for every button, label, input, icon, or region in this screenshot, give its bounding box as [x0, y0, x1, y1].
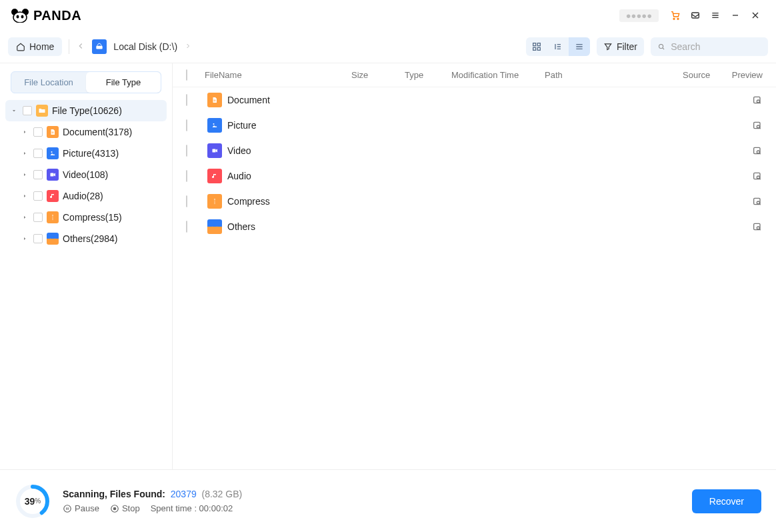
svg-point-13: [659, 44, 663, 48]
filter-button[interactable]: Filter: [597, 37, 644, 56]
checkbox[interactable]: [186, 119, 187, 131]
svg-point-14: [51, 151, 53, 153]
checkbox[interactable]: [186, 221, 187, 233]
oth-icon: [207, 219, 222, 234]
vid-icon: [207, 143, 222, 158]
tree-root[interactable]: File Type(10626): [5, 100, 167, 121]
view-detail-button[interactable]: [547, 37, 569, 56]
preview-button[interactable]: [723, 196, 763, 207]
svg-rect-10: [537, 43, 540, 46]
back-button[interactable]: [76, 41, 85, 53]
chevron-right-icon[interactable]: [20, 171, 29, 178]
recover-button[interactable]: Recover: [692, 489, 761, 513]
drive-icon: [92, 39, 107, 54]
forward-button[interactable]: [184, 41, 192, 52]
tab-file-location[interactable]: File Location: [11, 72, 86, 93]
vid-icon: [47, 169, 59, 181]
col-filename[interactable]: FileName: [205, 70, 351, 80]
spent-time: Spent time : 00:00:02: [151, 503, 233, 513]
col-size[interactable]: Size: [351, 70, 405, 80]
table-row[interactable]: Document: [173, 87, 776, 113]
svg-rect-9: [533, 43, 536, 46]
table-row[interactable]: Video: [173, 138, 776, 163]
svg-rect-11: [533, 47, 536, 50]
view-segment: [526, 37, 590, 56]
pic-icon: [47, 147, 59, 159]
checkbox[interactable]: [33, 170, 43, 179]
checkbox[interactable]: [23, 106, 32, 115]
tree-item[interactable]: Video(108): [5, 164, 167, 185]
table-row[interactable]: Compress: [173, 189, 776, 214]
zip-icon: [47, 211, 59, 223]
svg-rect-8: [97, 46, 103, 49]
svg-rect-15: [51, 173, 54, 177]
svg-point-2: [13, 12, 27, 23]
menu-icon[interactable]: [705, 5, 725, 25]
col-type[interactable]: Type: [405, 70, 451, 80]
chevron-right-icon[interactable]: [20, 235, 29, 242]
tree-item[interactable]: Audio(28): [5, 185, 167, 207]
col-modification[interactable]: Modification Time: [451, 70, 545, 80]
preview-button[interactable]: [723, 145, 763, 156]
checkbox[interactable]: [33, 191, 43, 201]
preview-button[interactable]: [723, 221, 763, 232]
checkbox[interactable]: [33, 234, 43, 243]
pic-icon: [207, 118, 222, 133]
inbox-icon[interactable]: [685, 5, 705, 25]
status-line: Scanning, Files Found: 20379 (8.32 GB): [63, 489, 242, 499]
tree-item[interactable]: Picture(4313): [5, 143, 167, 164]
divider: [69, 39, 69, 54]
svg-point-3: [17, 15, 19, 19]
checkbox[interactable]: [186, 170, 187, 182]
pause-button[interactable]: Pause: [63, 503, 99, 513]
checkbox[interactable]: [33, 127, 43, 137]
stop-button[interactable]: Stop: [110, 503, 140, 513]
chevron-down-icon[interactable]: [9, 107, 19, 114]
minimize-button[interactable]: [725, 5, 745, 25]
search-box[interactable]: [651, 37, 768, 56]
filter-label: Filter: [617, 41, 637, 52]
col-preview[interactable]: Preview: [723, 70, 763, 80]
view-list-button[interactable]: [569, 37, 590, 56]
table-row[interactable]: Others: [173, 214, 776, 239]
checkbox[interactable]: [186, 94, 187, 106]
home-button[interactable]: Home: [8, 37, 62, 56]
svg-point-5: [673, 18, 675, 19]
doc-icon: [47, 126, 59, 138]
aud-icon: [47, 190, 59, 202]
svg-point-32: [64, 505, 71, 512]
chevron-right-icon[interactable]: [20, 214, 29, 221]
checkbox-all[interactable]: [186, 69, 187, 81]
col-source[interactable]: Source: [683, 70, 723, 80]
progress-ring: 39%: [15, 483, 51, 519]
tree-item[interactable]: Compress(15): [5, 207, 167, 228]
cart-icon[interactable]: [665, 5, 685, 25]
view-grid-button[interactable]: [526, 37, 547, 56]
chevron-right-icon[interactable]: [20, 150, 29, 157]
col-path[interactable]: Path: [545, 70, 683, 80]
tree-item[interactable]: Others(2984): [5, 228, 167, 249]
svg-rect-21: [213, 149, 216, 153]
close-button[interactable]: [745, 5, 765, 25]
location-label[interactable]: Local Disk (D:\): [113, 41, 177, 52]
preview-button[interactable]: [723, 120, 763, 131]
table-row[interactable]: Audio: [173, 163, 776, 189]
checkbox[interactable]: [33, 149, 43, 158]
svg-rect-12: [537, 47, 540, 50]
preview-button[interactable]: [723, 95, 763, 105]
chevron-right-icon[interactable]: [20, 129, 29, 135]
aud-icon: [207, 169, 222, 183]
table-header: FileName Size Type Modification Time Pat…: [173, 63, 776, 87]
doc-icon: [207, 93, 222, 107]
tree-item[interactable]: Document(3178): [5, 121, 167, 143]
tab-file-type[interactable]: File Type: [86, 72, 161, 93]
checkbox[interactable]: [186, 195, 187, 207]
table-row[interactable]: Picture: [173, 113, 776, 138]
preview-button[interactable]: [723, 171, 763, 181]
search-input[interactable]: [671, 41, 761, 52]
app-name: PANDA: [33, 8, 81, 23]
svg-point-34: [113, 507, 116, 510]
checkbox[interactable]: [186, 145, 187, 157]
chevron-right-icon[interactable]: [20, 193, 29, 199]
checkbox[interactable]: [33, 213, 43, 222]
